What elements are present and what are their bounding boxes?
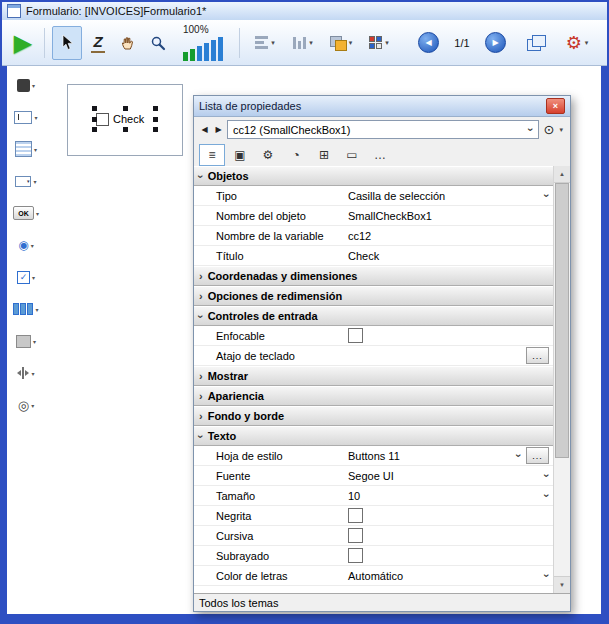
hoja-estilo-ellipsis-button[interactable]: ...	[526, 447, 549, 464]
zoom-bars[interactable]	[183, 36, 223, 61]
tab-coordinates[interactable]: ⊞	[311, 144, 337, 166]
tab-objects[interactable]: ▣	[227, 144, 253, 166]
section-header-redimension[interactable]: › Opciones de redimensión	[194, 286, 553, 306]
next-object-button[interactable]: ▶	[213, 125, 224, 134]
field-value: cc12	[348, 230, 371, 242]
view-options-button[interactable]: ⊙ ▾	[542, 123, 565, 136]
selection-handle[interactable]	[123, 106, 128, 111]
section-header-objetos[interactable]: › Objetos	[194, 166, 553, 186]
previous-page-button[interactable]: ◀	[418, 32, 439, 53]
dropdown-value: 10	[348, 490, 360, 502]
zoom-bar[interactable]	[204, 43, 209, 61]
selection-handle[interactable]	[92, 106, 97, 111]
section-header-apariencia[interactable]: › Apariencia	[194, 386, 553, 406]
chevron-down-icon[interactable]: ▾	[34, 114, 37, 121]
zoom-bar[interactable]	[218, 37, 223, 61]
splitter-tool[interactable]: ▾	[17, 364, 34, 382]
selection-handle[interactable]	[153, 127, 158, 132]
close-button[interactable]: ×	[546, 98, 565, 114]
chevron-down-icon[interactable]: ▾	[32, 82, 35, 89]
tab-settings[interactable]: ⚙	[255, 144, 281, 166]
panel-scrollbar[interactable]: ▲ ▼	[553, 166, 570, 593]
section-label: Coordenadas y dimensiones	[208, 270, 358, 282]
align-dropdown-button[interactable]: ▾	[247, 27, 283, 59]
tamano-dropdown[interactable]: 10 ›	[342, 486, 553, 505]
distribute-dropdown-button[interactable]: ▾	[285, 27, 321, 59]
chevron-down-icon[interactable]: ▾	[33, 338, 36, 345]
section-header-coordenadas[interactable]: › Coordenadas y dimensiones	[194, 266, 553, 286]
chevron-down-icon[interactable]: ▾	[31, 402, 34, 409]
selected-checkbox-object[interactable]: Check	[96, 110, 154, 128]
scroll-up-button[interactable]: ▲	[554, 166, 570, 183]
zoom-bar[interactable]	[197, 46, 202, 61]
scrollbar-thumb[interactable]	[555, 183, 569, 458]
button-tool[interactable]: OK ▾	[13, 204, 39, 222]
object-selector-dropdown[interactable]: cc12 (SmallCheckBox1) ›	[227, 120, 539, 139]
chevron-down-icon[interactable]: ▾	[31, 370, 34, 377]
window-titlebar[interactable]: Formulario: [INVOICES]Formulario1*	[2, 2, 607, 20]
color-letras-dropdown[interactable]: Automático ›	[342, 566, 553, 585]
selection-handle[interactable]	[123, 127, 128, 132]
negrita-checkbox[interactable]	[348, 508, 363, 523]
scroll-down-button[interactable]: ▼	[554, 576, 570, 593]
chevron-down-icon[interactable]: ▾	[36, 210, 39, 217]
settings-gear-button[interactable]: ⚙ ▾	[559, 27, 595, 59]
matrix-dropdown-button[interactable]: ▾	[361, 27, 397, 59]
entry-order-button[interactable]: Z	[84, 27, 112, 59]
subrayado-checkbox[interactable]	[348, 548, 363, 563]
next-page-button[interactable]: ▶	[485, 32, 506, 53]
zoom-bar[interactable]	[183, 52, 188, 61]
tab-all-themes[interactable]: ≡	[199, 144, 225, 166]
zoom-bar[interactable]	[211, 40, 216, 61]
checkbox-tool[interactable]: ✓ ▾	[17, 268, 35, 286]
tab-control-tool[interactable]: ◎ ▾	[18, 396, 34, 414]
rectangle-icon	[16, 335, 31, 348]
zoom-tool-button[interactable]	[144, 27, 172, 59]
property-label: Nombre de la variable	[194, 230, 342, 242]
chevron-down-icon[interactable]: ▾	[33, 178, 36, 185]
previous-object-button[interactable]: ◀	[199, 125, 210, 134]
form-object-area[interactable]: Check	[67, 84, 183, 156]
tab-control-icon: ◎	[18, 399, 29, 412]
fuente-dropdown[interactable]: Segoe UI ›	[342, 466, 553, 485]
pan-tool-button[interactable]	[114, 27, 142, 59]
panel-titlebar[interactable]: Lista de propiedades ×	[194, 96, 570, 117]
rectangle-tool[interactable]: ▾	[16, 332, 36, 350]
tab-display[interactable]: ▭	[339, 144, 365, 166]
tab-events[interactable]: ◔	[283, 144, 309, 166]
chevron-down-icon[interactable]: ▾	[31, 242, 34, 249]
form-windows-button[interactable]	[522, 27, 550, 59]
selection-handle[interactable]	[92, 127, 97, 132]
section-header-controles-entrada[interactable]: › Controles de entrada	[194, 306, 553, 326]
tipo-dropdown[interactable]: Casilla de selección ›	[342, 186, 553, 205]
level-dropdown-button[interactable]: ▾	[323, 27, 359, 59]
variable-name-field[interactable]: cc12	[342, 226, 553, 245]
radio-tool[interactable]: ◉ ▾	[18, 236, 34, 254]
section-header-fondo-borde[interactable]: › Fondo y borde	[194, 406, 553, 426]
text-tool[interactable]: ▾	[17, 76, 35, 94]
form-editor-window: Formulario: [INVOICES]Formulario1* ▶ Z	[0, 0, 609, 624]
selection-handle[interactable]	[92, 117, 97, 122]
cursiva-checkbox[interactable]	[348, 528, 363, 543]
section-header-texto[interactable]: › Texto	[194, 426, 553, 446]
section-header-mostrar[interactable]: › Mostrar	[194, 366, 553, 386]
chevron-down-icon[interactable]: ▾	[35, 306, 38, 313]
chevron-down-icon[interactable]: ▾	[32, 274, 35, 281]
object-name-field[interactable]: SmallCheckBox1	[342, 206, 553, 225]
title-field[interactable]: Check	[342, 246, 553, 265]
listbox-tool[interactable]: ▾	[15, 140, 37, 158]
atajo-ellipsis-button[interactable]: ...	[526, 347, 549, 364]
selection-handle[interactable]	[153, 117, 158, 122]
tab-more[interactable]: …	[367, 144, 393, 166]
button-grid-tool[interactable]: ▾	[13, 300, 38, 318]
execute-form-button[interactable]: ▶	[9, 27, 37, 59]
input-tool[interactable]: ▾	[14, 108, 37, 126]
chevron-down-icon[interactable]: ▾	[34, 146, 37, 153]
enfocable-cell	[342, 326, 553, 345]
selection-handle[interactable]	[153, 106, 158, 111]
select-tool-button[interactable]	[52, 26, 82, 60]
hoja-estilo-dropdown[interactable]: Buttons 11 › ...	[342, 446, 553, 465]
enfocable-checkbox[interactable]	[348, 328, 363, 343]
zoom-bar[interactable]	[190, 49, 195, 61]
combobox-tool[interactable]: ▾ ▾	[15, 172, 36, 190]
